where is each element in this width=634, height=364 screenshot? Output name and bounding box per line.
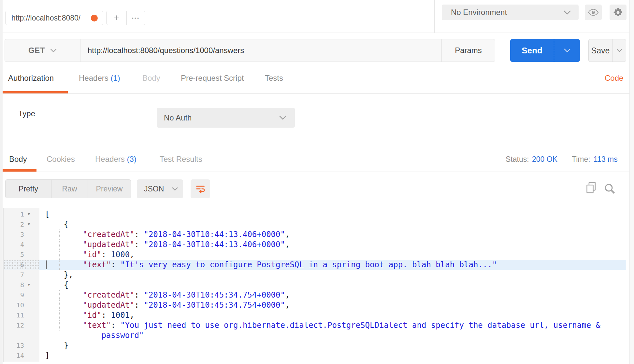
line-number-cell: 1▾: [4, 209, 39, 219]
indent-guide: [59, 290, 60, 300]
code-line[interactable]: 9 "createdAt": "2018-04-30T10:45:34.754+…: [4, 290, 626, 300]
window-scrollbar-track[interactable]: [629, 0, 634, 364]
code-line[interactable]: 7 },: [4, 270, 626, 280]
line-number: 3: [20, 231, 24, 238]
request-tab[interactable]: http://localhost:8080/: [5, 11, 103, 25]
code-text[interactable]: {: [39, 280, 626, 290]
code-line[interactable]: 11 "id": 1001,: [4, 310, 626, 320]
wrap-text-button[interactable]: [191, 179, 210, 198]
response-language-selector[interactable]: JSON: [137, 179, 183, 198]
search-response-button[interactable]: [603, 182, 616, 196]
copy-response-button[interactable]: [585, 181, 598, 196]
code-text[interactable]: password": [39, 330, 626, 341]
method-selector[interactable]: GET: [5, 39, 80, 62]
settings-button[interactable]: [610, 5, 627, 20]
tab-authorization[interactable]: Authorization: [8, 74, 54, 83]
text-cursor: [46, 260, 47, 269]
time-label: Time:: [572, 155, 590, 164]
chevron-down-icon: [564, 10, 571, 15]
code-line[interactable]: password": [4, 330, 626, 341]
line-number-cell: 4: [4, 240, 39, 250]
indent-guide: [59, 310, 60, 320]
view-mode-pretty[interactable]: Pretty: [6, 180, 51, 198]
line-number-cell: 5: [4, 250, 39, 260]
code-line[interactable]: 13 }: [4, 341, 626, 351]
code-text[interactable]: "updatedAt": "2018-04-30T10:44:13.406+00…: [39, 240, 626, 250]
code-line[interactable]: 14]: [4, 351, 626, 361]
send-button[interactable]: Send: [510, 39, 580, 62]
code-line[interactable]: 3 "createdAt": "2018-04-30T10:44:13.406+…: [4, 230, 626, 240]
window-left-edge: [0, 0, 3, 364]
code-text[interactable]: "text": "You just need to use org.hibern…: [39, 320, 626, 330]
line-number: 9: [20, 291, 24, 299]
copy-icon: [585, 181, 598, 195]
code-text[interactable]: {: [39, 219, 626, 230]
code-text[interactable]: }: [39, 341, 626, 351]
indent-guide: [59, 230, 60, 240]
code-line[interactable]: 10 "updatedAt": "2018-04-30T10:45:34.754…: [4, 300, 626, 310]
code-line[interactable]: 6 "text": "It's very easy to configure P…: [4, 260, 626, 270]
code-text[interactable]: "text": "It's very easy to configure Pos…: [39, 260, 626, 270]
view-mode-raw[interactable]: Raw: [51, 180, 88, 198]
code-text[interactable]: "createdAt": "2018-04-30T10:45:34.754+00…: [39, 290, 626, 300]
indent-guide: [59, 240, 60, 250]
line-number-cell: 13: [4, 341, 39, 351]
params-button[interactable]: Params: [441, 39, 495, 62]
active-tab-underline: [1, 91, 68, 93]
code-text[interactable]: ]: [39, 351, 626, 361]
tab-tests[interactable]: Tests: [265, 74, 283, 83]
line-number: 10: [16, 301, 24, 309]
line-number: 5: [20, 251, 24, 259]
view-mode-preview[interactable]: Preview: [88, 180, 131, 198]
response-tab-test-results[interactable]: Test Results: [160, 155, 202, 164]
save-options-button[interactable]: [612, 39, 626, 62]
code-text[interactable]: "id": 1000,: [39, 250, 626, 260]
code-link[interactable]: Code: [605, 74, 623, 83]
send-button-label: Send: [510, 39, 554, 62]
save-button[interactable]: Save: [588, 39, 626, 62]
code-text[interactable]: [: [39, 209, 626, 219]
line-number-cell: 9: [4, 290, 39, 300]
line-number: 8: [20, 281, 24, 289]
tab-pre-request-script[interactable]: Pre-request Script: [181, 74, 244, 83]
line-number-cell: 14: [4, 351, 39, 361]
code-line[interactable]: 1▾[: [4, 209, 626, 219]
more-tabs-button[interactable]: •••: [127, 11, 145, 25]
line-number: 7: [20, 271, 24, 279]
line-number: 14: [16, 352, 24, 359]
environment-selector[interactable]: No Environment: [442, 5, 579, 20]
search-icon: [603, 182, 616, 195]
code-text[interactable]: "createdAt": "2018-04-30T10:44:13.406+00…: [39, 230, 626, 240]
tab-headers[interactable]: Headers (1): [79, 74, 120, 83]
code-text[interactable]: },: [39, 270, 626, 280]
code-line[interactable]: 8▾ {: [4, 280, 626, 290]
new-tab-button[interactable]: +: [107, 11, 127, 25]
code-text[interactable]: "id": 1001,: [39, 310, 626, 320]
authorization-panel: Type No Auth: [0, 94, 634, 146]
status-label: Status:: [506, 155, 529, 164]
send-options-button[interactable]: [554, 39, 580, 62]
response-tab-headers[interactable]: Headers (3): [95, 155, 137, 164]
response-body-editor[interactable]: 1▾[2▾ {3 "createdAt": "2018-04-30T10:44:…: [3, 208, 626, 362]
environment-quicklook-button[interactable]: [585, 5, 602, 20]
url-input[interactable]: http://localhost:8080/questions/1000/ans…: [80, 39, 441, 62]
line-number-cell: [4, 330, 39, 341]
fold-arrow-icon[interactable]: ▾: [28, 211, 30, 217]
response-language-value: JSON: [144, 185, 172, 193]
fold-arrow-icon[interactable]: ▾: [28, 221, 30, 227]
code-text[interactable]: "updatedAt": "2018-04-30T10:45:34.754+00…: [39, 300, 626, 310]
fold-arrow-icon[interactable]: ▾: [28, 282, 30, 287]
time-value: 113 ms: [594, 155, 618, 164]
code-line[interactable]: 2▾ {: [4, 219, 626, 230]
auth-type-selector[interactable]: No Auth: [157, 108, 295, 128]
response-tab-body[interactable]: Body: [9, 155, 27, 164]
tab-body[interactable]: Body: [142, 74, 160, 83]
line-number: 4: [20, 241, 24, 248]
save-button-label: Save: [589, 39, 612, 62]
code-line[interactable]: 12 "text": "You just need to use org.hib…: [4, 320, 626, 330]
response-tab-cookies[interactable]: Cookies: [47, 155, 75, 164]
code-line[interactable]: 5 "id": 1000,: [4, 250, 626, 260]
code-line[interactable]: 4 "updatedAt": "2018-04-30T10:44:13.406+…: [4, 240, 626, 250]
line-number: 1: [20, 210, 24, 218]
environment-selector-value: No Environment: [451, 8, 564, 17]
